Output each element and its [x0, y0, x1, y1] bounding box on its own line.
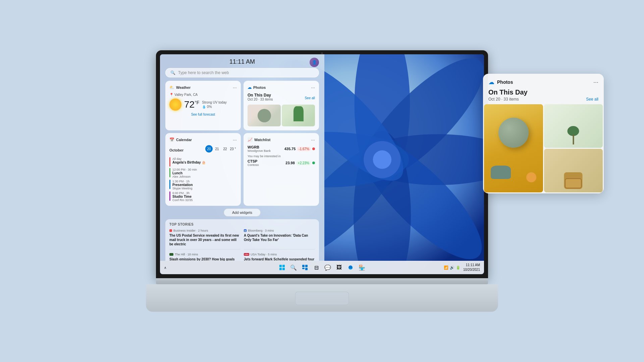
watchlist-widget-title: 📈 Watchlist [248, 137, 271, 142]
stock-company-wgrb: Woodgrove Bank [248, 149, 271, 153]
taskbar-time-display: 11:11 AM [463, 263, 480, 267]
laptop-touchpad[interactable] [295, 292, 349, 305]
calendar-month-label: October [169, 148, 183, 152]
battery-icon[interactable]: 🔋 [456, 265, 461, 270]
taskbar-windows-button[interactable] [277, 263, 287, 272]
weather-forecast-link[interactable]: See full forecast [169, 113, 237, 116]
news-item-4[interactable]: USA USA Today · 5 mins Jets forward Mark… [244, 253, 315, 261]
search-bar[interactable]: 🔍 Type here to search the web [165, 68, 319, 77]
event-studio-time: 6:00 PM · 3h [172, 191, 193, 195]
photo-thumbnail-1[interactable] [248, 105, 281, 126]
photos-on-this-day-header: On This Day Oct 20 · 33 items See all [248, 93, 315, 103]
photos-expanded-menu-button[interactable]: ··· [593, 79, 598, 86]
user-avatar[interactable]: 👤 [310, 58, 319, 67]
event-presentation-title: Presentation [172, 183, 193, 187]
volume-icon[interactable]: 🔊 [450, 265, 454, 270]
photos-expanded-img-cushion[interactable] [544, 149, 603, 192]
watchlist-menu-button[interactable]: ··· [311, 137, 315, 142]
photos-see-all-link[interactable]: See all [305, 96, 315, 100]
search-icon: 🔍 [170, 70, 175, 75]
taskbar-left-icons: ∧ [164, 266, 166, 269]
weather-icon: ⛅ [169, 85, 174, 90]
photos-widget: ☁ Photos ··· On This Day Oct 20 · 33 ite… [244, 81, 319, 130]
laptop-palm-rest [146, 284, 498, 312]
taskbar-search-button[interactable]: 🔍 [289, 263, 298, 272]
event-bar-lunch [169, 168, 170, 177]
system-tray-expand[interactable]: ∧ [164, 266, 166, 269]
event-lunch-sub: Alex Johnson [172, 175, 197, 178]
usa-today-icon: USA [244, 253, 249, 256]
news-headline-3: Slash emissions by 2030? How big goals w… [169, 257, 240, 261]
calendar-days-row: 20 21 22 23 ˅ [205, 145, 237, 153]
taskbar-photos-taskbar-button[interactable]: 🖼 [334, 263, 344, 272]
laptop-screen: 11:11 AM 👤 🔍 Type here to search the web [160, 54, 484, 274]
wifi-icon[interactable]: 📶 [444, 265, 448, 270]
calendar-day-22[interactable]: 22 [221, 145, 229, 153]
news-source-1: Business Insider · 2 hours [169, 229, 240, 232]
event-presentation-sub: Skype Meeting [172, 187, 193, 190]
news-item-2[interactable]: B Bloomberg · 3 mins A Quant's Take on I… [244, 229, 315, 249]
calendar-event-allday: All day Angela's Birthday 🎂 [169, 157, 237, 167]
stock-company-ctsp: Contoso [248, 163, 259, 167]
photos-expanded-header: ☁ Photos ··· [483, 74, 604, 88]
calendar-day-20[interactable]: 20 [205, 145, 213, 153]
svg-rect-13 [279, 268, 282, 270]
svg-rect-14 [282, 268, 285, 270]
add-widgets-button[interactable]: Add widgets [224, 208, 261, 217]
stock-dot-ctsp [312, 162, 315, 164]
event-bar-allday [169, 157, 170, 167]
taskbar-center-icons: 🔍 ⊟ 💬 🖼 [277, 263, 367, 272]
event-bar-presentation [169, 180, 170, 189]
weather-temperature: 72°F [184, 99, 199, 110]
news-item-1[interactable]: Business Insider · 2 hours The US Postal… [169, 229, 240, 249]
cushion-photo [544, 149, 603, 192]
event-presentation-time: 1:30 PM · 1h [172, 180, 193, 183]
taskbar-store-button[interactable]: 🏪 [357, 263, 367, 272]
calendar-event-lunch: 12:00 PM · 30 min Lunch Alex Johnson [169, 168, 237, 178]
watchlist-item-wgrb: WGRB Woodgrove Bank 435.75 -1.67% [248, 145, 315, 153]
news-source-3: The Hill · 18 mins [169, 253, 240, 256]
weather-description: Strong UV today [202, 101, 226, 104]
news-section: TOP STORIES Business Insider · 2 hours T… [165, 219, 319, 261]
calendar-day-23[interactable]: 23 ˅ [229, 145, 237, 153]
taskbar-taskview-button[interactable]: ⊟ [312, 263, 321, 272]
photos-expanded-sub-row: Oct 20 · 33 items See all [488, 97, 598, 102]
calendar-day-21[interactable]: 21 [213, 145, 221, 153]
laptop-screen-border: 11:11 AM 👤 🔍 Type here to search the web [156, 50, 488, 278]
taskbar-right: 📶 🔊 🔋 11:11 AM 10/20/2021 [444, 263, 480, 272]
photos-expanded-card: ☁ Photos ··· On This Day Oct 20 · 33 ite… [483, 74, 604, 193]
photos-menu-button[interactable]: ··· [311, 85, 315, 90]
taskbar-edge-button[interactable] [346, 263, 355, 272]
system-tray-icons: 📶 🔊 🔋 [444, 265, 461, 270]
photos-widget-title: ☁ Photos [248, 85, 266, 90]
news-headline-2: A Quant's Take on Innovation: 'Data Can … [244, 233, 315, 242]
business-insider-icon [169, 229, 172, 232]
laptop-shell: 11:11 AM 👤 🔍 Type here to search the web [146, 50, 498, 312]
widget-panel: 11:11 AM 👤 🔍 Type here to search the web [160, 54, 324, 261]
photo-thumbnail-2[interactable] [282, 105, 315, 126]
taskbar: ∧ 🔍 [160, 261, 484, 274]
photos-expanded-see-all-link[interactable]: See all [586, 97, 598, 102]
news-item-3[interactable]: The Hill · 18 mins Slash emissions by 20… [169, 253, 240, 261]
taskbar-clock[interactable]: 11:11 AM 10/20/2021 [463, 263, 480, 272]
photos-expanded-cloud-icon: ☁ [488, 78, 494, 86]
photos-expanded-img-plant[interactable] [544, 104, 603, 148]
weather-widget-header: ⛅ Weather ··· [169, 85, 237, 90]
news-grid: Business Insider · 2 hours The US Postal… [169, 229, 315, 261]
stock-change-ctsp: +2.23% [296, 161, 311, 165]
widget-time: 11:11 AM [165, 58, 319, 65]
weather-menu-button[interactable]: ··· [233, 85, 237, 90]
photos-expanded-on-this-day: On This Day Oct 20 · 33 items See all [483, 88, 604, 104]
weather-sun-icon [169, 99, 181, 111]
event-lunch-time: 12:00 PM · 30 min [172, 168, 197, 171]
calendar-menu-button[interactable]: ··· [233, 137, 237, 142]
svg-point-10 [373, 150, 391, 169]
photos-expanded-date: Oct 20 · 33 items [488, 97, 519, 102]
photos-expanded-img-stillife[interactable] [484, 104, 543, 192]
taskbar-teams-button[interactable]: 💬 [323, 263, 332, 272]
taskbar-widgets-button[interactable] [300, 263, 310, 272]
event-studio-title: Studio Time [172, 195, 193, 198]
watchlist-icon: 📈 [248, 137, 253, 142]
calendar-widget: 📅 Calendar ··· October 20 21 22 23 [165, 133, 241, 206]
widget-panel-header: 11:11 AM [160, 54, 324, 68]
